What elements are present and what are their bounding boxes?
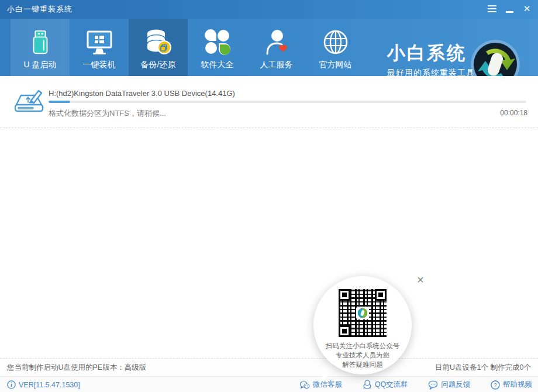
tab-website[interactable]: 官方网站 xyxy=(306,19,365,76)
version-label: VER[11.5.47.1530] xyxy=(7,377,80,392)
help-circle-icon: ? xyxy=(491,380,500,390)
wechat-icon xyxy=(299,380,310,390)
menu-button[interactable] xyxy=(483,0,501,18)
close-button[interactable]: ✕ xyxy=(518,0,536,18)
popup-text: 扫码关注小白系统公众号 专业技术人员为您 解答疑难问题 xyxy=(326,341,400,369)
window-title: 小白一键重装系统 xyxy=(7,0,73,19)
hamburger-menu-icon xyxy=(488,4,496,14)
tab-label: 备份/还原 xyxy=(141,60,176,70)
tab-usb-boot[interactable]: U 盘启动 xyxy=(11,19,70,76)
tab-label: 软件大全 xyxy=(201,60,234,70)
brand: 小白系统 最好用的系统重装工具 xyxy=(387,42,475,78)
feedback-link[interactable]: 问题反馈 xyxy=(428,380,470,390)
device-label: H:(hd2)Kingston DataTraveler 3.0 USB Dev… xyxy=(49,89,235,98)
task-section: H:(hd2)Kingston DataTraveler 3.0 USB Dev… xyxy=(0,76,538,128)
info-icon xyxy=(7,380,16,389)
pe-version-status: 您当前制作启动U盘使用的PE版本：高级版 xyxy=(7,359,146,376)
brand-name: 小白系统 xyxy=(387,42,475,64)
usb-count-status: 目前U盘设备1个 制作完成0个 xyxy=(435,359,531,376)
footer: VER[11.5.47.1530] 微信客服 QQ交流群 xyxy=(0,376,538,392)
qr-bubble: 扫码关注小白系统公众号 专业技术人员为您 解答疑难问题 xyxy=(313,276,412,374)
close-icon: ✕ xyxy=(523,0,531,18)
task-status: 格式化数据分区为NTFS，请稍候... xyxy=(49,108,166,119)
tab-backup-restore[interactable]: 备份/还原 xyxy=(129,19,188,76)
qq-icon xyxy=(363,380,372,390)
tab-one-click-install[interactable]: 一键装机 xyxy=(70,19,129,76)
qq-group-link[interactable]: QQ交流群 xyxy=(363,380,408,390)
nav-header: U 盘启动 一键装机 xyxy=(0,19,538,76)
tab-label: 一键装机 xyxy=(83,60,116,70)
help-video-link[interactable]: ? 帮助视频 xyxy=(491,380,532,390)
progress-fill xyxy=(49,101,70,103)
feedback-bubble-icon xyxy=(428,380,438,390)
svg-text:?: ? xyxy=(494,381,496,388)
tab-software[interactable]: 软件大全 xyxy=(188,19,247,76)
apps-clover-icon xyxy=(204,26,231,59)
statusbar: 您当前制作启动U盘使用的PE版本：高级版 目前U盘设备1个 制作完成0个 xyxy=(0,358,538,376)
popup-close-icon[interactable]: ✕ xyxy=(414,274,427,287)
write-disk-icon xyxy=(12,84,46,121)
minimize-button[interactable] xyxy=(501,0,518,18)
elapsed-time: 00:00:18 xyxy=(500,109,527,117)
tab-label: 官方网站 xyxy=(319,60,352,70)
titlebar: 小白一键重装系统 ✕ xyxy=(0,0,538,19)
monitor-windows-icon xyxy=(85,26,114,59)
tab-label: U 盘启动 xyxy=(24,60,57,70)
qr-code xyxy=(339,289,387,337)
progress-bar xyxy=(49,101,526,103)
minimize-icon xyxy=(506,11,513,13)
tab-label: 人工服务 xyxy=(260,60,293,70)
qr-center-logo-icon xyxy=(356,307,369,319)
tab-support[interactable]: 人工服务 xyxy=(247,19,306,76)
usb-drive-icon xyxy=(27,26,54,59)
app-window: 小白一键重装系统 ✕ U 盘 xyxy=(0,0,538,392)
support-person-heart-icon xyxy=(264,26,289,59)
database-backup-icon xyxy=(144,26,173,59)
nav-tabs: U 盘启动 一键装机 xyxy=(11,19,365,76)
globe-icon xyxy=(322,26,349,59)
